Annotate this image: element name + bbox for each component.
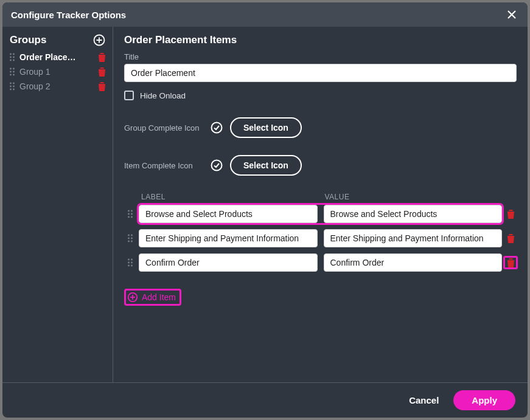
title-label: Title (124, 52, 517, 61)
delete-group-button[interactable] (97, 81, 106, 91)
svg-point-28 (131, 213, 133, 215)
svg-point-29 (128, 216, 130, 218)
apply-button[interactable]: Apply (453, 390, 515, 410)
sidebar-group-item[interactable]: Group 2 (9, 80, 106, 92)
delete-group-button[interactable] (97, 67, 106, 77)
item-row (124, 205, 517, 223)
drag-handle-icon[interactable] (124, 233, 136, 243)
hide-onload-checkbox[interactable] (124, 91, 134, 100)
svg-point-7 (10, 57, 12, 58)
svg-point-41 (128, 265, 130, 267)
item-row (124, 229, 517, 247)
main-panel: Order Placement Items Title Hide Onload … (113, 27, 528, 382)
drag-handle-icon[interactable] (9, 67, 16, 77)
select-item-icon-button[interactable]: Select Icon (230, 155, 302, 176)
main-heading: Order Placement Items (124, 34, 517, 46)
col-label: LABEL (139, 193, 320, 201)
svg-point-40 (131, 262, 133, 264)
add-group-button[interactable] (93, 34, 105, 46)
hide-onload-row: Hide Onload (124, 91, 517, 100)
sidebar-group-item[interactable]: Group 1 (9, 66, 106, 78)
svg-point-25 (128, 210, 130, 212)
group-label: Order Place… (19, 52, 93, 62)
svg-point-8 (13, 57, 15, 58)
svg-point-33 (128, 238, 130, 239)
drag-handle-icon[interactable] (9, 81, 16, 91)
col-value: VALUE (320, 193, 504, 201)
select-group-icon-button[interactable]: Select Icon (230, 117, 302, 138)
svg-point-22 (13, 89, 15, 91)
dialog-body: Groups Order Place…Group 1Group 2 Order … (2, 27, 528, 382)
svg-point-10 (13, 60, 15, 61)
svg-point-30 (131, 216, 133, 218)
group-complete-icon-row: Group Complete Icon Select Icon (124, 117, 517, 138)
item-complete-icon-label: Item Complete Icon (124, 161, 203, 170)
delete-group-button[interactable] (97, 52, 106, 62)
svg-point-5 (10, 53, 12, 55)
delete-item-button[interactable] (506, 233, 515, 243)
add-item-button[interactable]: Add Item (124, 289, 181, 306)
delete-item-button[interactable] (506, 258, 515, 267)
svg-point-13 (10, 71, 12, 73)
item-complete-icon-row: Item Complete Icon Select Icon (124, 155, 517, 176)
svg-point-15 (10, 74, 12, 76)
svg-point-27 (128, 213, 130, 215)
title-input[interactable] (124, 64, 517, 82)
hide-onload-label: Hide Onload (140, 91, 186, 100)
items-header: LABEL VALUE (124, 193, 517, 205)
item-value-input[interactable] (324, 205, 503, 223)
svg-point-34 (131, 238, 133, 239)
dialog-header: Configure Tracker Options (2, 2, 528, 27)
cancel-button[interactable]: Cancel (409, 395, 439, 405)
group-label: Group 2 (19, 81, 93, 91)
sidebar-group-item[interactable]: Order Place… (9, 51, 106, 63)
svg-point-39 (128, 262, 130, 264)
svg-point-23 (212, 123, 222, 133)
check-circle-icon (211, 122, 223, 134)
svg-point-11 (10, 68, 12, 70)
svg-point-36 (131, 241, 133, 243)
group-complete-icon-label: Group Complete Icon (124, 123, 203, 133)
drag-handle-icon[interactable] (124, 258, 136, 267)
svg-point-12 (13, 68, 15, 70)
svg-point-19 (10, 86, 12, 88)
svg-point-21 (10, 89, 12, 91)
group-list: Order Place…Group 1Group 2 (9, 51, 106, 92)
svg-point-16 (13, 74, 15, 76)
svg-point-42 (131, 265, 133, 267)
svg-point-35 (128, 241, 130, 243)
item-value-input[interactable] (324, 229, 503, 247)
drag-handle-icon[interactable] (9, 52, 16, 62)
drag-handle-icon[interactable] (124, 209, 136, 219)
svg-point-32 (131, 235, 133, 236)
dialog-title: Configure Tracker Options (11, 10, 126, 20)
item-value-input[interactable] (324, 253, 503, 272)
sidebar-heading: Groups (10, 34, 46, 46)
svg-point-26 (131, 210, 133, 212)
close-button[interactable] (504, 7, 519, 22)
svg-point-9 (10, 60, 12, 61)
svg-point-17 (10, 83, 12, 84)
groups-sidebar: Groups Order Place…Group 1Group 2 (2, 27, 113, 382)
sidebar-header: Groups (9, 34, 106, 51)
svg-point-18 (13, 83, 15, 84)
add-item-label: Add Item (142, 292, 176, 302)
svg-point-31 (128, 235, 130, 236)
group-label: Group 1 (19, 67, 93, 77)
svg-point-37 (128, 259, 130, 261)
delete-item-button[interactable] (506, 209, 515, 219)
configure-tracker-dialog: Configure Tracker Options Groups Order P… (2, 2, 528, 418)
item-label-input[interactable] (139, 253, 318, 272)
dialog-footer: Cancel Apply (2, 382, 528, 418)
svg-point-38 (131, 259, 133, 261)
item-row (124, 253, 517, 272)
svg-point-20 (13, 86, 15, 88)
check-circle-icon (211, 159, 223, 171)
svg-point-6 (13, 53, 15, 55)
items-section: LABEL VALUE Add Item (124, 193, 517, 306)
item-label-input[interactable] (139, 205, 318, 223)
svg-point-24 (212, 160, 222, 171)
item-label-input[interactable] (139, 229, 318, 247)
svg-point-14 (13, 71, 15, 73)
